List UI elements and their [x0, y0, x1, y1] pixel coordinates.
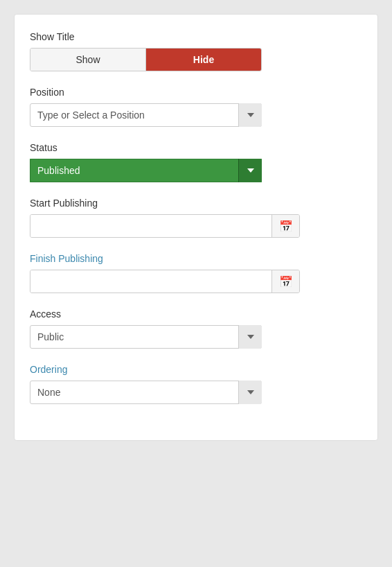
status-select[interactable]: Published Unpublished Archived Trashed [30, 159, 262, 182]
ordering-label: Ordering [30, 364, 362, 375]
status-group: Status Published Unpublished Archived Tr… [30, 142, 362, 182]
show-title-label: Show Title [30, 31, 362, 42]
status-label: Status [30, 142, 362, 153]
finish-publishing-input[interactable] [30, 270, 271, 293]
position-select[interactable]: Type or Select a Position [30, 103, 262, 127]
hide-button[interactable]: Hide [146, 49, 261, 71]
status-select-wrapper: Published Unpublished Archived Trashed [30, 159, 262, 182]
access-group: Access Public Guest Registered Special S… [30, 308, 362, 349]
calendar-icon: 📅 [279, 275, 293, 288]
ordering-select[interactable]: None [30, 381, 262, 404]
access-label: Access [30, 308, 362, 320]
start-publishing-input-wrapper: 📅 [30, 214, 300, 238]
show-hide-toggle: Show Hide [30, 48, 262, 71]
start-publishing-group: Start Publishing 📅 [30, 198, 362, 238]
calendar-icon: 📅 [279, 220, 293, 233]
access-select[interactable]: Public Guest Registered Special Super Us… [30, 325, 262, 349]
ordering-select-wrapper: None [30, 381, 262, 404]
show-button[interactable]: Show [30, 49, 146, 71]
settings-panel: Show Title Show Hide Position Type or Se… [14, 14, 378, 441]
show-title-group: Show Title Show Hide [30, 31, 362, 71]
start-publishing-input[interactable] [30, 215, 271, 237]
position-label: Position [30, 87, 362, 98]
finish-publishing-input-wrapper: 📅 [30, 270, 300, 293]
access-select-wrapper: Public Guest Registered Special Super Us… [30, 325, 262, 349]
ordering-group: Ordering None [30, 364, 362, 404]
finish-publishing-calendar-button[interactable]: 📅 [271, 270, 299, 293]
finish-publishing-group: Finish Publishing 📅 [30, 253, 362, 293]
start-publishing-calendar-button[interactable]: 📅 [271, 215, 299, 237]
start-publishing-label: Start Publishing [30, 198, 362, 209]
finish-publishing-label: Finish Publishing [30, 253, 362, 264]
position-select-wrapper: Type or Select a Position [30, 103, 262, 127]
position-group: Position Type or Select a Position [30, 87, 362, 127]
